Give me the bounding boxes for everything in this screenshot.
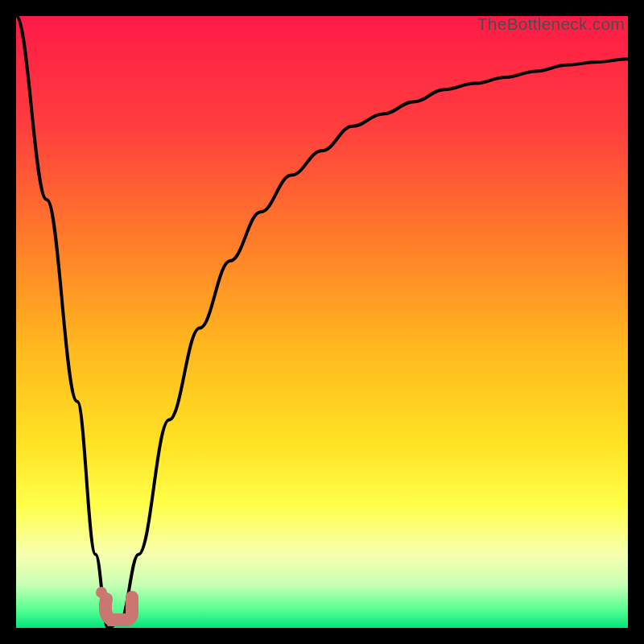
heat-gradient-bg	[16, 16, 628, 628]
watermark-label: TheBottleneck.com	[477, 14, 625, 34]
chart-frame: TheBottleneck.com	[16, 16, 628, 628]
bottleneck-chart	[16, 16, 628, 628]
